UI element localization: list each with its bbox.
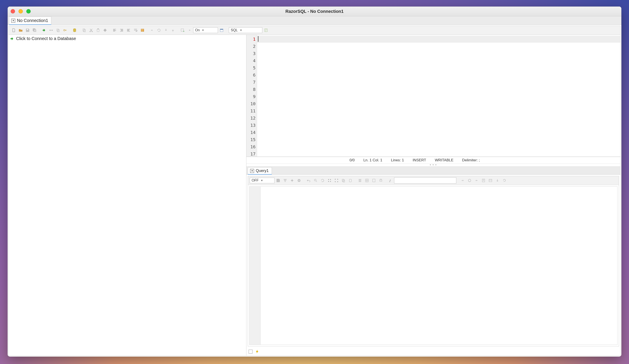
svg-rect-21 <box>343 180 345 182</box>
down-arrow-icon[interactable] <box>163 27 169 33</box>
results-add-icon[interactable] <box>289 177 295 184</box>
sql-builder-icon[interactable] <box>139 27 146 33</box>
results-refresh-icon[interactable] <box>319 177 326 184</box>
results-save-icon[interactable] <box>275 177 282 184</box>
results-find-icon[interactable] <box>312 177 319 184</box>
stop-icon[interactable] <box>249 350 253 354</box>
close-tab-icon[interactable] <box>250 169 254 173</box>
autocomplete-combo[interactable]: On ▼ <box>193 27 218 33</box>
indent-icon[interactable] <box>118 27 125 33</box>
results-prev-icon[interactable] <box>473 177 480 184</box>
autocomplete-combo-value: On <box>195 28 200 32</box>
disconnect-icon[interactable] <box>48 27 54 33</box>
results-paste-icon[interactable] <box>347 177 354 184</box>
connection-tab[interactable]: No Connection1 <box>9 16 51 25</box>
format-sql-icon[interactable] <box>102 27 108 33</box>
svg-rect-25 <box>380 180 382 182</box>
next-icon[interactable] <box>149 27 155 33</box>
key-icon[interactable] <box>62 27 68 33</box>
results-copy-icon[interactable] <box>340 177 347 184</box>
back-arrow-icon[interactable] <box>186 27 193 33</box>
sql-editor-area: 1234567891011121314151617 <box>246 35 620 157</box>
results-list-icon[interactable] <box>357 177 363 184</box>
outdent-icon[interactable] <box>125 27 132 33</box>
copy-icon[interactable] <box>81 27 87 33</box>
line-number: 1 <box>246 36 256 43</box>
results-edit-icon[interactable] <box>480 177 487 184</box>
new-file-icon[interactable] <box>10 27 17 33</box>
dropdown-arrow-icon: ▼ <box>201 29 205 32</box>
results-export-icon[interactable] <box>371 177 377 184</box>
line-number: 3 <box>246 50 256 57</box>
results-sync-icon[interactable] <box>466 177 473 184</box>
execute-icon[interactable] <box>179 27 186 33</box>
database-icon[interactable] <box>71 27 78 33</box>
app-body: Click to Connect to a Database 123456789… <box>8 35 621 356</box>
dropdown-arrow-icon: ▼ <box>260 179 264 182</box>
line-number: 11 <box>246 108 256 115</box>
results-search-input[interactable] <box>394 177 456 184</box>
results-down-icon[interactable] <box>494 177 501 184</box>
results-grid[interactable] <box>249 186 618 345</box>
query-tab[interactable]: Query1 <box>248 167 272 175</box>
svg-rect-4 <box>58 30 59 32</box>
line-number: 4 <box>246 57 256 64</box>
window-title: RazorSQL - No Connection1 <box>285 9 343 14</box>
connect-icon[interactable] <box>41 27 47 33</box>
language-combo[interactable]: SQL ▼ <box>229 27 262 33</box>
calendar-icon[interactable] <box>218 27 225 33</box>
refresh-icon[interactable] <box>156 27 162 33</box>
results-undo-icon[interactable] <box>305 177 312 184</box>
line-number: 5 <box>246 64 256 72</box>
pane-splitter[interactable]: • • • <box>246 164 620 167</box>
results-filter-icon[interactable] <box>282 177 288 184</box>
results-table-icon[interactable] <box>487 177 494 184</box>
results-filter-combo[interactable]: OFF ▼ <box>250 178 275 183</box>
align-left-icon[interactable] <box>111 27 118 33</box>
text-caret <box>258 36 258 42</box>
line-number: 12 <box>246 115 256 122</box>
sql-editor[interactable] <box>257 35 620 157</box>
results-print-icon[interactable] <box>378 177 384 184</box>
window-close-button[interactable] <box>11 9 15 13</box>
window-maximize-button[interactable] <box>26 9 31 13</box>
line-number-gutter: 1234567891011121314151617 <box>246 35 257 157</box>
window-minimize-button[interactable] <box>18 9 23 13</box>
results-shrink-icon[interactable] <box>326 177 333 184</box>
editor-and-results: 1234567891011121314151617 0/0 Ln. 1 Col.… <box>246 35 620 356</box>
line-number: 10 <box>246 100 256 108</box>
svg-point-2 <box>52 30 53 31</box>
wrap-icon[interactable] <box>132 27 139 33</box>
line-number: 2 <box>246 43 256 50</box>
close-tab-icon[interactable] <box>11 19 15 23</box>
results-remove-icon[interactable] <box>296 177 302 184</box>
svg-point-1 <box>50 30 51 31</box>
results-reload-icon[interactable] <box>501 177 508 184</box>
results-filter-value: OFF <box>252 179 259 182</box>
open-file-icon[interactable] <box>17 27 24 33</box>
notes-icon[interactable] <box>263 27 269 33</box>
line-number: 16 <box>246 143 256 150</box>
svg-point-19 <box>314 179 316 181</box>
cut-icon[interactable] <box>88 27 94 33</box>
line-number: 14 <box>246 129 256 136</box>
save-icon[interactable] <box>24 27 31 33</box>
language-combo-value: SQL <box>231 28 238 32</box>
main-toolbar: On ▼ SQL ▼ <box>8 26 621 35</box>
paste-icon[interactable] <box>95 27 101 33</box>
results-next-icon[interactable] <box>459 177 466 184</box>
save-all-icon[interactable] <box>31 27 38 33</box>
results-toolbar: OFF ▼ <box>248 176 619 185</box>
results-clear-icon[interactable] <box>387 177 394 184</box>
svg-point-5 <box>63 30 65 31</box>
connect-plug-icon <box>10 36 14 41</box>
svg-rect-26 <box>380 179 382 180</box>
database-navigator[interactable]: Click to Connect to a Database <box>9 35 246 356</box>
lightning-icon[interactable] <box>255 350 260 354</box>
results-expand-icon[interactable] <box>333 177 340 184</box>
svg-rect-28 <box>489 179 492 182</box>
copy-connection-icon[interactable] <box>55 27 61 33</box>
results-grid-icon[interactable] <box>364 177 370 184</box>
up-arrow-icon[interactable] <box>170 27 176 33</box>
line-number: 6 <box>246 72 256 79</box>
